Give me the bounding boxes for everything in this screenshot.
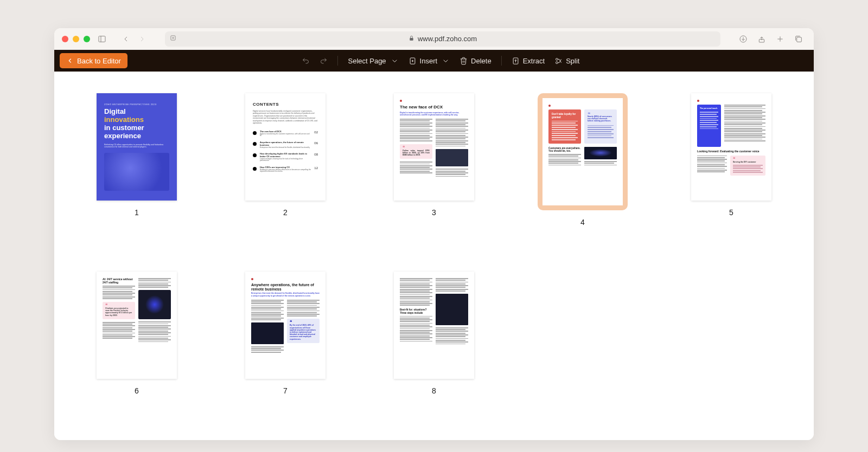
- page-number: 5: [729, 208, 733, 217]
- redo-button[interactable]: [320, 57, 328, 65]
- toolbar-center: Select Page Insert Delete Extract Split: [134, 56, 748, 66]
- p8-image: [436, 294, 468, 325]
- back-to-editor-label: Back to Editor: [77, 57, 121, 65]
- cover-sub: Rethinking CX offers opportunities to pr…: [104, 144, 169, 148]
- split-button[interactable]: Split: [554, 57, 579, 65]
- trash-icon: [459, 57, 468, 65]
- tab-overview-icon[interactable]: [791, 31, 806, 47]
- svg-point-18: [556, 58, 558, 60]
- url-text: www.pdf.zoho.com: [418, 35, 477, 43]
- share-icon[interactable]: [754, 31, 769, 47]
- chevron-down-icon: [391, 57, 399, 65]
- page-thumb-4[interactable]: Don't take loyalty for granted ❝ Nearly …: [542, 98, 623, 205]
- p4-below-title: Customers are everywhere. You should be,…: [548, 147, 581, 153]
- page-number: 1: [135, 208, 139, 217]
- forward-button[interactable]: [135, 31, 150, 47]
- p3-title: The new face of DCX: [400, 105, 468, 110]
- p6-title: AI: 24/7 service without 24/7 staffing: [103, 278, 135, 284]
- window-minimize-button[interactable]: [73, 36, 79, 42]
- page-grid: ZOHO ENTERPRISE PERSPECTIVES 2023 Digita…: [54, 72, 814, 440]
- page-cell-1: ZOHO ENTERPRISE PERSPECTIVES 2023 Digita…: [87, 93, 187, 250]
- delete-label: Delete: [471, 57, 492, 65]
- insert-icon: [409, 57, 417, 65]
- page-cell-2: CONTENTS Digital services have fundament…: [235, 93, 335, 250]
- lock-icon: [409, 35, 414, 43]
- page-number: 8: [432, 386, 436, 395]
- window-maximize-button[interactable]: [84, 36, 90, 42]
- p8-heading: Best-fit for: situations? Three steps in…: [400, 308, 432, 314]
- browser-window: www.pdf.zoho.com Back to Editor: [54, 28, 814, 440]
- page-cell-8: Best-fit for: situations? Three steps in…: [384, 272, 484, 418]
- page-cell-3: The new face of DCX Digital is transform…: [384, 93, 484, 250]
- page-number: 3: [432, 208, 436, 217]
- url-bar[interactable]: www.pdf.zoho.com: [165, 31, 720, 47]
- new-tab-icon[interactable]: [773, 31, 788, 47]
- page-number: 7: [283, 386, 288, 395]
- page-thumb-5[interactable]: The personal touch Looking forward: Eval…: [691, 93, 771, 201]
- insert-dropdown[interactable]: Insert: [409, 57, 450, 65]
- page-cell-5: The personal touch Looking forward: Eval…: [681, 93, 781, 250]
- page-thumb-8[interactable]: Best-fit for: situations? Three steps in…: [394, 272, 474, 379]
- window-close-button[interactable]: [62, 36, 68, 42]
- downloads-icon[interactable]: [736, 31, 751, 47]
- site-settings-icon[interactable]: [169, 34, 177, 43]
- app-toolbar: Back to Editor Select Page Insert Delete: [54, 50, 814, 72]
- browser-right-actions: [736, 31, 806, 47]
- split-icon: [554, 57, 563, 65]
- contents-intro: Digital services have fundamentally resh…: [253, 110, 318, 125]
- page-cell-6: AI: 24/7 service without 24/7 staffing ❝…: [87, 272, 187, 418]
- delete-button[interactable]: Delete: [459, 57, 492, 65]
- p5-heading: Looking forward: Evaluating the customer…: [697, 150, 765, 153]
- extract-icon: [512, 57, 520, 65]
- cover-title: Digital innovations in customer experien…: [104, 108, 169, 140]
- back-to-editor-button[interactable]: Back to Editor: [60, 53, 127, 68]
- page-thumb-7[interactable]: Anywhere operations, the future of remot…: [245, 272, 326, 379]
- p4-image: [584, 147, 617, 159]
- page-thumb-6[interactable]: AI: 24/7 service without 24/7 staffing ❝…: [97, 272, 177, 379]
- page-thumb-1[interactable]: ZOHO ENTERPRISE PERSPECTIVES 2023 Digita…: [97, 93, 177, 201]
- browser-chrome: www.pdf.zoho.com: [54, 28, 814, 50]
- separator: [501, 56, 502, 66]
- split-label: Split: [566, 57, 579, 65]
- sidebar-toggle-button[interactable]: [94, 31, 110, 47]
- p4-red-title: Don't take loyalty for granted: [552, 113, 578, 119]
- extract-label: Extract: [523, 57, 545, 65]
- p7-image: [251, 322, 284, 344]
- page-selected-highlight: Don't take loyalty for granted ❝ Nearly …: [538, 93, 628, 210]
- p7-title: Anywhere operations, the future of remot…: [251, 283, 320, 291]
- p3-image: [436, 149, 468, 166]
- svg-point-19: [556, 61, 558, 63]
- select-page-label: Select Page: [348, 57, 386, 65]
- page-number: 4: [580, 218, 585, 227]
- cover-tag: ZOHO ENTERPRISE PERSPECTIVES 2023: [104, 103, 169, 106]
- back-button[interactable]: [118, 31, 133, 47]
- page-cell-4: Don't take loyalty for granted ❝ Nearly …: [533, 93, 633, 250]
- page-number: 2: [283, 208, 288, 217]
- select-page-dropdown[interactable]: Select Page: [348, 57, 398, 65]
- page-thumb-2[interactable]: CONTENTS Digital services have fundament…: [245, 93, 326, 201]
- p6-image: [138, 290, 171, 319]
- page-number: 6: [135, 386, 139, 395]
- contents-heading: CONTENTS: [253, 102, 318, 107]
- separator: [337, 56, 338, 66]
- chevron-down-icon: [442, 57, 450, 65]
- page-cell-7: Anywhere operations, the future of remot…: [235, 272, 335, 418]
- p4-blue-quote: Nearly (80%) of consumers use multiple c…: [588, 115, 614, 122]
- svg-rect-5: [410, 38, 413, 41]
- p7-lede: Enterprises that meet the demand for fle…: [251, 292, 320, 296]
- nav-group: [118, 31, 150, 47]
- undo-button[interactable]: [302, 57, 310, 65]
- svg-rect-0: [99, 36, 105, 42]
- cover-hero-image: [104, 153, 169, 191]
- traffic-lights: [62, 36, 90, 42]
- p3-lede: Digital is transforming the customer exp…: [400, 112, 468, 116]
- page-thumb-3[interactable]: The new face of DCX Digital is transform…: [394, 93, 474, 201]
- insert-label: Insert: [420, 57, 438, 65]
- extract-button[interactable]: Extract: [512, 57, 545, 65]
- svg-rect-12: [797, 37, 802, 42]
